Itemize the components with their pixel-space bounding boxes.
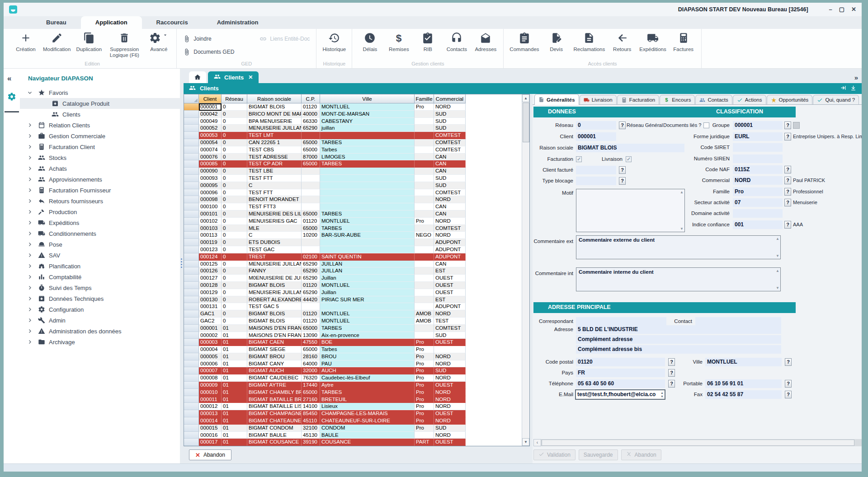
cell-famille[interactable]: Pro [415,339,434,346]
cell-reseau[interactable]: 01 [222,382,247,389]
cell-ville[interactable]: TARBES [320,160,415,168]
cell-c-p[interactable]: 65000 [302,160,320,168]
cell-reseau[interactable]: 0 [222,267,247,275]
field-input[interactable] [733,209,783,218]
cell-commercial[interactable]: NORD [434,396,466,403]
row-selector[interactable] [184,289,199,296]
cell-c-p[interactable] [302,196,320,203]
row-selector[interactable] [184,339,199,346]
cell-c-p[interactable]: 65290 [302,267,320,275]
cell-reseau[interactable]: 0 [222,239,247,246]
cell-commercial[interactable]: COMTEST [434,132,466,139]
table-row[interactable]: 0000490BPA MENUISERIE66330CABESTANYSUD [184,118,466,125]
scroll-down-icon[interactable]: ▼ [522,438,529,446]
comment-box-commentaire-ext[interactable]: Commentaire externe du client▲▼ [576,235,781,259]
cell-commercial[interactable]: COMTEST [434,146,466,154]
cell-raison-sociale[interactable]: BRICO MONT DE MARSA [247,111,302,118]
cell-c-p[interactable]: 44420 [302,296,320,304]
cell-famille[interactable] [415,132,434,139]
cell-commercial[interactable]: COMTEST [434,139,466,146]
cell-c-p[interactable]: 32100 [302,425,320,432]
table-row[interactable]: 0001280BIGMAT BLOIS01120MONTLUELOUEST [184,282,466,289]
cell-reseau[interactable]: 01 [222,410,247,417]
cell-famille[interactable] [415,203,434,210]
cell-commercial[interactable]: NORD [434,360,466,368]
detail-horizontal-scrollbar[interactable]: ‹ [533,439,862,446]
cell-reseau[interactable]: 01 [222,374,247,382]
cell-c-p[interactable]: 45130 [302,432,320,439]
row-selector[interactable] [184,132,199,139]
field-input[interactable]: NORD [733,176,783,185]
cell-commercial[interactable]: OUEST [434,275,466,282]
cell-reseau[interactable]: 0 [222,275,247,282]
detail-tab-qui-quand[interactable]: Qui, quand ? [813,95,859,104]
cell-famille[interactable] [415,239,434,246]
cell-client[interactable]: 000042 [199,111,222,118]
ribbon-button-remises[interactable]: $Remises [385,30,413,52]
cell-reseau[interactable]: 01 [222,432,247,439]
table-row[interactable]: 00000301BIGMAT CAEN47550BOEProOUEST [184,339,466,346]
cell-commercial[interactable]: CAN [434,160,466,168]
sidebar-item-administration-des-donnees[interactable]: Administration des données [20,326,180,337]
cell-famille[interactable]: Pro [415,389,434,396]
ribbon-button-contacts[interactable]: Contacts [443,30,471,52]
cell-ville[interactable]: COUSANCE [320,439,415,446]
field-input[interactable]: 000001 [733,121,783,130]
cell-raison-sociale[interactable]: BIGMAT BROU [247,353,302,360]
cell-ville[interactable]: BROU [320,353,415,360]
cell-raison-sociale[interactable]: BPA MENUISERIE [247,118,302,125]
cell-commercial[interactable]: SUD [434,425,466,432]
help-button[interactable]: ? [785,358,792,366]
cell-client[interactable]: 000100 [199,203,222,210]
cell-raison-sociale[interactable]: TEST FTT3 [247,203,302,210]
sidebar-item-production[interactable]: Production [20,206,180,217]
scroll-left-icon[interactable]: ‹ [533,439,541,446]
field-input[interactable]: 06 10 56 91 01 [705,379,782,388]
row-selector[interactable] [184,182,199,189]
grid-vertical-scrollbar[interactable]: ▲ ▼ [522,94,529,446]
cell-c-p[interactable]: 65000 [302,389,320,396]
cell-famille[interactable]: AMOB [415,318,434,325]
scrollbar-thumb[interactable] [523,103,529,142]
cell-c-p[interactable]: 17440 [302,382,320,389]
cell-ville[interactable]: CHATEAUNEUF-SUR-LOIRE [320,417,415,425]
sidebar-item-favoris[interactable]: Favoris [20,87,180,98]
cell-famille[interactable] [415,289,434,296]
table-row[interactable]: 00001301BIGMAT CHAMPAGNE-LE85450CHAMPAGN… [184,410,466,417]
row-selector[interactable] [184,439,199,446]
cell-client[interactable]: 000011 [199,396,222,403]
cell-famille[interactable] [415,175,434,182]
cell-raison-sociale[interactable]: BENOIT MORANDET [247,196,302,203]
cell-c-p[interactable]: 39190 [302,439,320,446]
cell-commercial[interactable]: CAN [434,168,466,175]
cell-raison-sociale[interactable]: TEST GAC [247,246,302,253]
table-row[interactable]: 0000530TEST LMTCOMTEST [184,132,466,139]
sidebar-item-relation-clients[interactable]: Relation Clients [20,120,180,131]
cell-famille[interactable]: NEGO [415,232,434,239]
cell-raison-sociale[interactable]: MENUISERIE JUILLANAIS [247,261,302,268]
help-button[interactable]: ? [785,391,792,398]
cell-ville[interactable]: CABESTANY [320,118,415,125]
cell-commercial[interactable]: NORD [434,196,466,203]
ribbon-button-reclamations[interactable]: Reclamations [571,30,608,52]
ribbon-button-historique[interactable]: Historique [320,30,348,52]
cell-commercial[interactable]: CAN [434,210,466,218]
cell-commercial[interactable]: COMTEST [434,189,466,196]
table-row[interactable]: 00001201BIGMAT BATAILLE LISIEUX14100Lisi… [184,403,466,410]
cell-commercial[interactable]: NORD [434,232,466,239]
cell-c-p[interactable] [302,303,320,310]
cell-client[interactable]: 000006 [199,360,222,368]
cell-client[interactable]: 000003 [199,339,222,346]
sidebar-splitter[interactable] [180,69,184,463]
cell-reseau[interactable]: 01 [222,396,247,403]
cell-famille[interactable] [415,432,434,439]
help-button[interactable]: ? [784,133,791,140]
cell-client[interactable]: 000090 [199,168,222,175]
cell-reseau[interactable]: 0 [222,103,247,111]
checkbox[interactable]: ✓ [626,156,632,162]
table-row[interactable]: 00001501BIGMAT CONDOM32100CONDOMProSUD [184,425,466,432]
table-row[interactable]: 0001020MENUISERIES GAC01120MONTLUELProNO… [184,218,466,225]
cell-c-p[interactable] [302,182,320,189]
row-selector[interactable] [184,210,199,218]
cell-reseau[interactable]: 0 [222,175,247,182]
